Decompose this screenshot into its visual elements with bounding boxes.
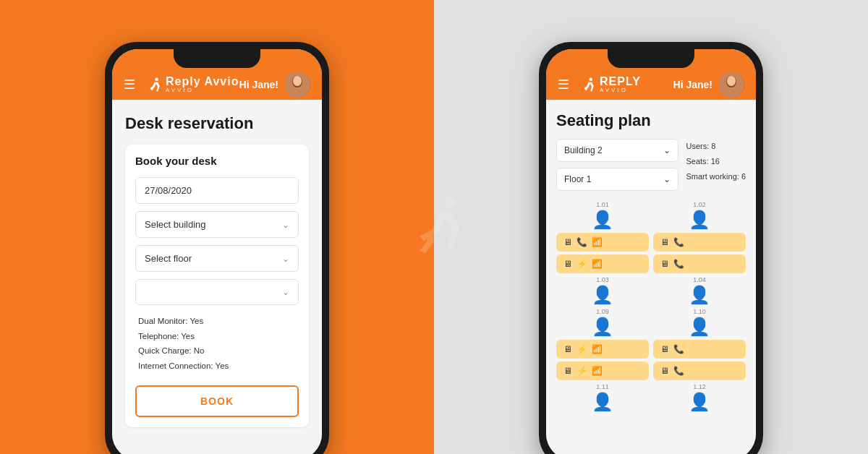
amenity-box-6[interactable]: 🖥 📞 (653, 340, 746, 359)
running-man-icon (145, 77, 161, 93)
person-icon-1-10: 👤 (689, 317, 710, 337)
header-right: Hi Jane! (239, 72, 310, 98)
floor-dropdown[interactable]: Floor 1 ⌄ (556, 168, 678, 191)
logo-reply: Reply Avvio (166, 76, 239, 87)
seating-content: Seating plan Building 2 ⌄ Floor 1 ⌄ (546, 100, 756, 454)
seat-row-1: 1.01 👤 1.02 👤 (556, 201, 746, 230)
seat-row-4: 1.11 👤 1.12 👤 (556, 383, 746, 412)
seat-1-12[interactable]: 1.12 👤 (653, 383, 746, 412)
person-icon-1-09: 👤 (592, 317, 613, 337)
building-label: Select building (145, 219, 206, 230)
seat-1-02[interactable]: 1.02 👤 (653, 201, 746, 230)
seating-controls: Building 2 ⌄ Floor 1 ⌄ Users: 8 Seats: 1… (556, 139, 746, 191)
date-value: 27/08/2020 (145, 185, 192, 196)
seat-label-1-09: 1.09 (596, 308, 609, 315)
person-icon-1-04: 👤 (689, 285, 710, 305)
amenity-box-8[interactable]: 🖥 📞 (653, 361, 746, 380)
chevron-down-icon-3: ⌄ (282, 287, 289, 297)
person-icon-1-11: 👤 (592, 392, 613, 412)
page-title-desk: Desk reservation (125, 114, 309, 133)
monitor-icon-2: 🖥 (660, 237, 669, 247)
left-phone-content: Desk reservation Book your desk 27/08/20… (112, 100, 322, 454)
phone-notch-right (608, 49, 694, 68)
feature-item: Internet Connection: Yes (138, 359, 299, 374)
svg-point-10 (727, 76, 736, 86)
chevron-down-icon: ⌄ (282, 220, 289, 230)
person-icon-1-03: 👤 (592, 285, 613, 305)
seating-title: Seating plan (556, 111, 746, 130)
seats-stat: Seats: 16 (686, 154, 746, 169)
hamburger-icon[interactable]: ☰ (124, 77, 135, 93)
seat-label-1-04: 1.04 (693, 276, 706, 283)
seat-label-1-11: 1.11 (596, 383, 609, 390)
chevron-building: ⌄ (663, 145, 671, 155)
booking-card: Book your desk 27/08/2020 Select buildin… (125, 145, 309, 427)
seat-1-01[interactable]: 1.01 👤 (556, 201, 649, 230)
hamburger-icon-right[interactable]: ☰ (558, 77, 569, 93)
amenity-box-7[interactable]: 🖥 ⚡ 📶 (556, 361, 649, 380)
seat-label-1-10: 1.10 (693, 308, 706, 315)
person-icon-1-02: 👤 (689, 210, 710, 230)
seating-rows: 1.01 👤 1.02 👤 🖥 � (556, 201, 746, 412)
bolt-icon-3: ⚡ (576, 366, 587, 376)
seat-1-11[interactable]: 1.11 👤 (556, 383, 649, 412)
svg-point-0 (444, 197, 456, 208)
seat-1-10[interactable]: 1.10 👤 (653, 308, 746, 337)
monitor-icon-3: 🖥 (563, 259, 572, 269)
phone-notch-left (174, 49, 260, 68)
stats-col: Users: 8 Seats: 16 Smart working: 6 (686, 139, 746, 184)
building-value: Building 2 (564, 145, 603, 155)
amenity-box-2[interactable]: 🖥 📞 (653, 233, 746, 252)
building-dropdown[interactable]: Building 2 ⌄ (556, 139, 678, 162)
floor-select[interactable]: Select floor ⌄ (135, 245, 299, 272)
dropdowns-col: Building 2 ⌄ Floor 1 ⌄ (556, 139, 678, 191)
amenity-box-1[interactable]: 🖥 📞 📶 (556, 233, 649, 252)
amenity-row-1: 🖥 📞 📶 🖥 📞 (556, 233, 746, 252)
logo-area-right: ☰ REPLY AVVIO (558, 76, 641, 93)
chevron-floor: ⌄ (663, 174, 671, 184)
logo-reply-right: REPLY (600, 76, 641, 87)
amenity-row-2: 🖥 ⚡ 📶 🖥 📞 (556, 254, 746, 273)
wifi-icon-2: 📶 (592, 259, 603, 269)
person-icon-1-01: 👤 (592, 210, 613, 230)
extra-select[interactable]: ⌄ (135, 279, 299, 305)
chevron-down-icon-2: ⌄ (282, 254, 289, 264)
feature-item: Quick Charge: No (138, 343, 299, 359)
monitor-icon-4: 🖥 (660, 259, 669, 269)
bolt-icon-2: ⚡ (576, 344, 587, 354)
svg-point-5 (293, 76, 302, 86)
avatar (284, 72, 310, 98)
wifi-icon: 📶 (592, 237, 603, 247)
header-right-2: Hi Jane! (673, 72, 744, 98)
monitor-icon-5: 🖥 (563, 344, 572, 354)
right-phone-frame: ☰ REPLY AVVIO Hi Jane! (539, 42, 763, 454)
book-button[interactable]: BOOK (135, 385, 299, 417)
wifi-icon-4: 📶 (592, 366, 603, 376)
logo-text: Reply Avvio AVVIO (166, 76, 239, 93)
floor-value: Floor 1 (564, 174, 591, 184)
logo-avvio: AVVIO (166, 87, 239, 93)
left-phone-inner: ☰ Reply Avvio AVVIO Hi Jane! (112, 49, 322, 454)
seat-1-03[interactable]: 1.03 👤 (556, 276, 649, 305)
seat-label-1-01: 1.01 (596, 201, 609, 208)
amenity-row-3: 🖥 ⚡ 📶 🖥 📞 (556, 340, 746, 359)
person-icon-1-12: 👤 (689, 392, 710, 412)
seat-1-09[interactable]: 1.09 👤 (556, 308, 649, 337)
amenity-box-4[interactable]: 🖥 📞 (653, 254, 746, 273)
running-man-icon-right (579, 77, 595, 93)
floor-label: Select floor (145, 253, 192, 264)
date-field[interactable]: 27/08/2020 (135, 177, 299, 204)
card-heading: Book your desk (135, 155, 299, 167)
smart-stat: Smart working: 6 (686, 169, 746, 184)
phone-icon-3: 📞 (673, 259, 684, 269)
amenity-box-5[interactable]: 🖥 ⚡ 📶 (556, 340, 649, 359)
greeting-text: Hi Jane! (239, 79, 278, 90)
users-stat: Users: 8 (686, 139, 746, 154)
seat-1-04[interactable]: 1.04 👤 (653, 276, 746, 305)
features-list: Dual Monitor: Yes Telephone: Yes Quick C… (135, 314, 299, 374)
monitor-icon-7: 🖥 (563, 366, 572, 376)
phone-icon-2: 📞 (673, 237, 684, 247)
building-select[interactable]: Select building ⌄ (135, 211, 299, 238)
seat-row-3: 1.09 👤 1.10 👤 (556, 308, 746, 337)
amenity-box-3[interactable]: 🖥 ⚡ 📶 (556, 254, 649, 273)
